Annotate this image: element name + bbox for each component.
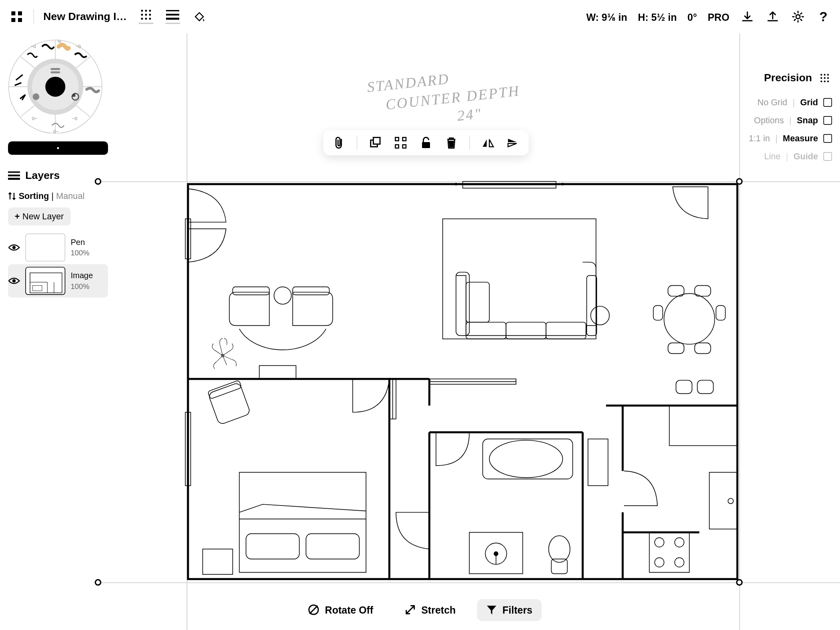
new-layer-button[interactable]: + New Layer (8, 207, 70, 225)
filters-button[interactable]: Filters (477, 599, 542, 621)
top-toolbar: New Drawing I… W: 9⅛ in H: 5½ in 0° PRO … (0, 0, 840, 33)
svg-line-23 (21, 57, 35, 68)
svg-point-89 (655, 558, 664, 567)
layers-header[interactable]: Layers (8, 167, 108, 188)
svg-rect-117 (395, 137, 398, 140)
gear-icon[interactable] (791, 9, 806, 24)
svg-point-20 (45, 77, 65, 97)
rotation-readout: 0° (688, 11, 697, 22)
svg-text:0~: 0~ (32, 116, 37, 121)
transform-toolbar: Rotate Off Stretch Filters (298, 598, 542, 621)
selection-toolbar (323, 130, 528, 155)
height-readout: H: 5½ in (638, 11, 677, 22)
svg-rect-82 (697, 380, 713, 393)
svg-line-25 (76, 57, 90, 68)
svg-rect-93 (208, 380, 242, 399)
layer-row-pen[interactable]: Pen 100% (8, 231, 108, 264)
svg-rect-101 (551, 559, 567, 574)
svg-point-10 (141, 18, 143, 20)
precision-panel: Precision No Grid | Grid Options | Snap … (732, 71, 832, 166)
flip-vertical-icon[interactable] (506, 135, 521, 150)
svg-rect-121 (422, 142, 430, 148)
visibility-eye-icon[interactable] (8, 277, 20, 285)
attachment-icon[interactable] (331, 135, 346, 150)
grid-dots-icon[interactable] (817, 71, 832, 86)
svg-point-12 (149, 18, 151, 20)
help-icon[interactable]: ? (816, 9, 831, 24)
layer-name: Pen (71, 237, 90, 248)
svg-text:~0: ~0 (75, 44, 81, 49)
snap-toggle[interactable]: Options | Snap (732, 111, 832, 129)
selection-handle[interactable] (95, 579, 102, 586)
layer-thumbnail (25, 233, 65, 261)
svg-rect-118 (403, 137, 406, 140)
measure-toggle[interactable]: 1:1 in | Measure (732, 129, 832, 147)
brush-size-slider[interactable] (8, 141, 108, 154)
svg-rect-3 (18, 18, 22, 22)
distribute-icon[interactable] (393, 135, 408, 150)
svg-point-8 (145, 14, 147, 16)
selection-handle[interactable] (95, 178, 102, 185)
lock-icon[interactable] (419, 135, 434, 150)
svg-point-68 (591, 306, 610, 325)
svg-text:⅛: ⅛ (57, 38, 61, 44)
svg-point-42 (12, 246, 16, 249)
sorting-button[interactable]: Sorting | Manual (8, 188, 108, 207)
svg-line-24 (76, 105, 90, 116)
svg-rect-96 (306, 534, 359, 559)
svg-text:0~: 0~ (53, 129, 58, 133)
fill-tool-icon[interactable] (192, 9, 207, 24)
handwriting-note: STANDARD COUNTER DEPTH 24" (366, 62, 523, 135)
svg-point-88 (675, 538, 684, 547)
tool-wheel[interactable]: 0~ 0~ ~0 ⅛ ~0 ~0 (5, 33, 105, 133)
svg-point-87 (655, 538, 664, 547)
svg-point-16 (796, 15, 800, 19)
svg-text:~0: ~0 (31, 44, 36, 49)
layers-title: Layers (25, 169, 60, 181)
trash-icon[interactable] (444, 135, 459, 150)
visibility-eye-icon[interactable] (8, 243, 20, 251)
svg-point-111 (827, 77, 829, 79)
svg-point-71 (274, 287, 291, 304)
grid-toggle[interactable]: No Grid | Grid (732, 93, 832, 111)
svg-point-107 (824, 74, 826, 76)
rotate-button[interactable]: Rotate Off (298, 598, 383, 621)
svg-rect-62 (456, 272, 469, 335)
grid-dots-icon[interactable] (139, 9, 154, 24)
svg-line-123 (310, 606, 318, 614)
svg-rect-78 (695, 343, 711, 354)
svg-rect-116 (373, 137, 380, 144)
layer-thumbnail (25, 267, 65, 295)
pro-badge[interactable]: PRO (708, 11, 729, 22)
svg-point-90 (675, 558, 684, 567)
canvas-area[interactable]: STANDARD COUNTER DEPTH 24" (99, 33, 840, 630)
svg-point-85 (728, 498, 733, 504)
svg-point-5 (145, 10, 147, 12)
upload-icon[interactable] (765, 9, 780, 24)
document-title[interactable]: New Drawing I… (43, 11, 127, 23)
flip-horizontal-icon[interactable] (481, 135, 496, 150)
svg-rect-1 (18, 11, 22, 15)
svg-rect-70 (293, 287, 330, 295)
svg-point-74 (664, 293, 715, 344)
svg-point-106 (820, 74, 822, 76)
svg-rect-95 (246, 534, 299, 559)
svg-point-113 (824, 80, 826, 82)
duplicate-icon[interactable] (368, 135, 383, 150)
svg-rect-72 (259, 365, 296, 379)
layer-row-image[interactable]: Image 100% (8, 264, 108, 297)
download-icon[interactable] (740, 9, 755, 24)
svg-rect-36 (51, 71, 60, 73)
svg-point-7 (141, 14, 143, 16)
svg-line-26 (21, 105, 35, 116)
svg-rect-67 (587, 275, 597, 335)
divider (33, 9, 34, 24)
guide-toggle[interactable]: Line | Guide (732, 147, 832, 165)
stretch-button[interactable]: Stretch (395, 598, 465, 621)
layers-panel: Layers Sorting | Manual + New Layer Pen … (8, 167, 108, 298)
layer-opacity: 100% (71, 281, 93, 291)
floorplan-image[interactable] (183, 179, 743, 586)
svg-rect-44 (30, 273, 62, 293)
menu-grid-icon[interactable] (9, 9, 24, 24)
lines-icon[interactable] (166, 9, 180, 24)
